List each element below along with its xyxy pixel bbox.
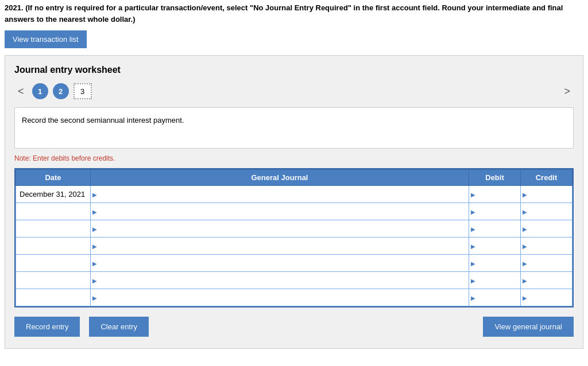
table-row: December 31, 2021 ▶ ▶ ▶ (16, 186, 572, 203)
journal-cell[interactable]: ▶ (91, 186, 469, 203)
date-cell (16, 220, 91, 237)
credit-arrow: ▶ (523, 294, 527, 301)
bottom-buttons: Record entry Clear entry View general jo… (14, 317, 574, 337)
nav-tab-1[interactable]: 1 (32, 83, 48, 99)
debit-input-cell[interactable]: ▶ (469, 203, 521, 220)
table-row: ▶ ▶ ▶ (16, 203, 572, 220)
debit-arrow: ▶ (471, 225, 475, 232)
arrow-marker: ▶ (92, 191, 97, 197)
arrow-marker: ▶ (92, 225, 97, 232)
arrow-marker: ▶ (92, 260, 97, 266)
general-journal-header: General Journal (91, 170, 469, 186)
description-text: Record the second semiannual interest pa… (22, 116, 184, 124)
table-row: ▶ ▶ ▶ (16, 289, 572, 306)
debit-arrow: ▶ (471, 294, 475, 301)
date-cell (16, 237, 91, 255)
arrow-marker: ▶ (92, 208, 97, 215)
journal-cell[interactable]: ▶ (91, 203, 469, 220)
nav-tab-3[interactable]: 3 (74, 83, 92, 99)
date-header: Date (16, 170, 91, 186)
credit-arrow: ▶ (523, 225, 527, 232)
table-row: ▶ ▶ ▶ (16, 237, 572, 255)
credit-arrow: ▶ (523, 191, 527, 197)
date-cell (16, 289, 91, 306)
credit-input-cell[interactable]: ▶ (521, 289, 572, 306)
left-arrow-icon[interactable]: < (14, 84, 28, 99)
table-row: ▶ ▶ ▶ (16, 255, 572, 272)
debit-arrow: ▶ (471, 191, 475, 197)
credit-input-cell[interactable]: ▶ (521, 220, 572, 237)
credit-arrow: ▶ (523, 208, 527, 215)
credit-header: Credit (521, 170, 572, 186)
note-text: Note: Enter debits before credits. (14, 154, 574, 162)
worksheet-title: Journal entry worksheet (14, 65, 574, 75)
arrow-marker: ▶ (92, 243, 97, 249)
debit-input-cell[interactable]: ▶ (469, 186, 521, 203)
debit-input-cell[interactable]: ▶ (469, 289, 521, 306)
credit-arrow: ▶ (523, 277, 527, 283)
debit-arrow: ▶ (471, 243, 475, 249)
credit-input-cell[interactable]: ▶ (521, 272, 572, 289)
debit-arrow: ▶ (471, 208, 475, 215)
right-arrow-icon[interactable]: > (560, 84, 574, 99)
credit-input-cell[interactable]: ▶ (521, 186, 572, 203)
journal-cell[interactable]: ▶ (91, 255, 469, 272)
nav-tab-2[interactable]: 2 (53, 83, 69, 99)
date-cell (16, 272, 91, 289)
date-cell: December 31, 2021 (16, 186, 91, 203)
view-transaction-button[interactable]: View transaction list (5, 30, 87, 48)
arrow-marker: ▶ (92, 294, 97, 301)
debit-input-cell[interactable]: ▶ (469, 255, 521, 272)
clear-entry-button[interactable]: Clear entry (89, 317, 149, 337)
top-instruction: 2021. (If no entry is required for a par… (0, 0, 588, 30)
record-entry-button[interactable]: Record entry (14, 317, 80, 337)
debit-input-cell[interactable]: ▶ (469, 237, 521, 255)
debit-input-cell[interactable]: ▶ (469, 272, 521, 289)
journal-cell[interactable]: ▶ (91, 272, 469, 289)
worksheet-container: Journal entry worksheet < 1 2 3 > Record… (5, 55, 583, 349)
debit-arrow: ▶ (471, 260, 475, 266)
debit-input-cell[interactable]: ▶ (469, 220, 521, 237)
date-cell (16, 203, 91, 220)
journal-cell[interactable]: ▶ (91, 220, 469, 237)
view-general-journal-button[interactable]: View general journal (483, 317, 574, 337)
arrow-marker: ▶ (92, 277, 97, 283)
credit-input-cell[interactable]: ▶ (521, 203, 572, 220)
journal-table: Date General Journal Debit Credit Decemb… (16, 169, 572, 306)
journal-cell[interactable]: ▶ (91, 289, 469, 306)
date-cell (16, 255, 91, 272)
nav-row: < 1 2 3 > (14, 83, 574, 99)
debit-arrow: ▶ (471, 277, 475, 283)
journal-cell[interactable]: ▶ (91, 237, 469, 255)
table-row: ▶ ▶ ▶ (16, 272, 572, 289)
description-box: Record the second semiannual interest pa… (14, 107, 574, 149)
credit-input-cell[interactable]: ▶ (521, 255, 572, 272)
debit-header: Debit (469, 170, 521, 186)
credit-arrow: ▶ (523, 243, 527, 249)
table-row: ▶ ▶ ▶ (16, 220, 572, 237)
credit-input-cell[interactable]: ▶ (521, 237, 572, 255)
credit-arrow: ▶ (523, 260, 527, 266)
